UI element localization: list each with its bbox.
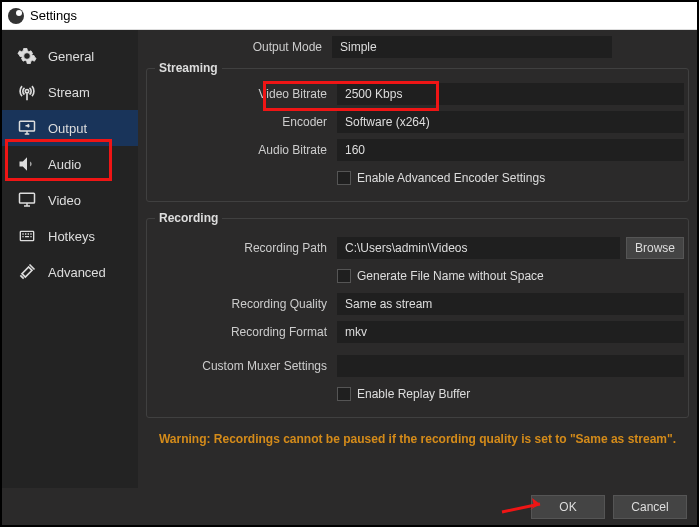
recording-section: Recording Recording Path C:\Users\admin\… xyxy=(146,218,689,418)
muxer-label: Custom Muxer Settings xyxy=(151,359,337,373)
filename-nospace-row: Generate File Name without Space xyxy=(151,263,684,289)
recording-quality-select[interactable]: Same as stream xyxy=(337,293,684,315)
muxer-input[interactable] xyxy=(337,355,684,377)
streaming-section: Streaming Video Bitrate 2500 Kbps Encode… xyxy=(146,68,689,202)
encoder-row: Encoder Software (x264) xyxy=(151,109,684,135)
sidebar-item-label: Output xyxy=(48,121,87,136)
svg-rect-1 xyxy=(20,193,35,203)
recording-quality-row: Recording Quality Same as stream xyxy=(151,291,684,317)
browse-button[interactable]: Browse xyxy=(626,237,684,259)
recording-format-select[interactable]: mkv xyxy=(337,321,684,343)
sidebar-item-output[interactable]: Output xyxy=(2,110,138,146)
recording-title: Recording xyxy=(155,211,222,225)
muxer-row: Custom Muxer Settings xyxy=(151,353,684,379)
sidebar-item-label: Hotkeys xyxy=(48,229,95,244)
sidebar: General Stream Output Audio Video xyxy=(2,30,138,488)
replay-buffer-row: Enable Replay Buffer xyxy=(151,381,684,407)
advanced-encoder-label: Enable Advanced Encoder Settings xyxy=(357,171,545,185)
filename-nospace-checkbox[interactable] xyxy=(337,269,351,283)
recording-format-label: Recording Format xyxy=(151,325,337,339)
video-bitrate-input[interactable]: 2500 Kbps xyxy=(337,83,684,105)
filename-nospace-label: Generate File Name without Space xyxy=(357,269,544,283)
keyboard-icon xyxy=(16,226,38,246)
sidebar-item-stream[interactable]: Stream xyxy=(2,74,138,110)
output-mode-label: Output Mode xyxy=(146,40,332,54)
sidebar-item-hotkeys[interactable]: Hotkeys xyxy=(2,218,138,254)
sidebar-item-audio[interactable]: Audio xyxy=(2,146,138,182)
sidebar-item-advanced[interactable]: Advanced xyxy=(2,254,138,290)
ok-button[interactable]: OK xyxy=(531,495,605,519)
monitor-icon xyxy=(16,190,38,210)
main-panel: Output Mode Simple Streaming Video Bitra… xyxy=(138,30,697,488)
recording-path-row: Recording Path C:\Users\admin\Videos Bro… xyxy=(151,235,684,261)
replay-buffer-label: Enable Replay Buffer xyxy=(357,387,470,401)
advanced-encoder-checkbox[interactable] xyxy=(337,171,351,185)
sidebar-item-label: Video xyxy=(48,193,81,208)
monitor-arrow-icon xyxy=(16,118,38,138)
output-mode-select[interactable]: Simple xyxy=(332,36,612,58)
audio-bitrate-select[interactable]: 160 xyxy=(337,139,684,161)
cancel-button[interactable]: Cancel xyxy=(613,495,687,519)
recording-path-input[interactable]: C:\Users\admin\Videos xyxy=(337,237,620,259)
sidebar-item-label: General xyxy=(48,49,94,64)
audio-bitrate-label: Audio Bitrate xyxy=(151,143,337,157)
titlebar: Settings xyxy=(2,2,697,30)
sidebar-item-label: Advanced xyxy=(48,265,106,280)
sidebar-item-general[interactable]: General xyxy=(2,38,138,74)
encoder-label: Encoder xyxy=(151,115,337,129)
recording-format-row: Recording Format mkv xyxy=(151,319,684,345)
tools-icon xyxy=(16,262,38,282)
app-icon xyxy=(8,8,24,24)
recording-path-label: Recording Path xyxy=(151,241,337,255)
sidebar-item-label: Stream xyxy=(48,85,90,100)
replay-buffer-checkbox[interactable] xyxy=(337,387,351,401)
video-bitrate-row: Video Bitrate 2500 Kbps xyxy=(151,81,684,107)
speaker-icon xyxy=(16,154,38,174)
window-body: General Stream Output Audio Video xyxy=(2,30,697,488)
streaming-title: Streaming xyxy=(155,61,222,75)
encoder-select[interactable]: Software (x264) xyxy=(337,111,684,133)
antenna-icon xyxy=(16,82,38,102)
recording-quality-label: Recording Quality xyxy=(151,297,337,311)
output-mode-row: Output Mode Simple xyxy=(138,32,697,58)
audio-bitrate-row: Audio Bitrate 160 xyxy=(151,137,684,163)
advanced-encoder-row: Enable Advanced Encoder Settings xyxy=(151,165,684,191)
warning-text: Warning: Recordings cannot be paused if … xyxy=(138,424,697,448)
sidebar-item-label: Audio xyxy=(48,157,81,172)
footer: OK Cancel xyxy=(2,488,697,526)
gear-icon xyxy=(16,46,38,66)
window-title: Settings xyxy=(30,8,77,23)
video-bitrate-label: Video Bitrate xyxy=(151,87,337,101)
sidebar-item-video[interactable]: Video xyxy=(2,182,138,218)
